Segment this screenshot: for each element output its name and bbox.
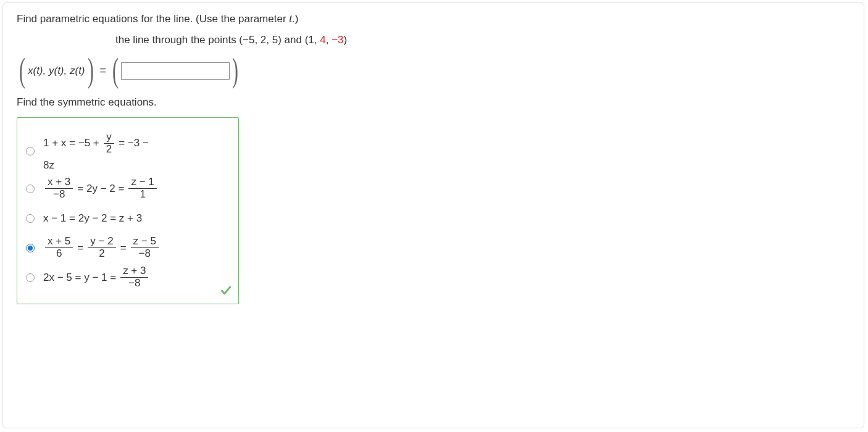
frac-den: 1 bbox=[137, 189, 148, 201]
opt1-line2: 8z bbox=[43, 159, 54, 172]
fraction: x + 3 −8 bbox=[45, 177, 73, 200]
radio-option-3[interactable] bbox=[26, 214, 35, 223]
correct-checkmark-icon bbox=[220, 285, 232, 300]
points-red-4: 4 bbox=[320, 34, 325, 46]
frac-num: y bbox=[104, 131, 114, 144]
option-3[interactable]: x − 1 = 2y − 2 = z + 3 bbox=[26, 206, 227, 231]
equals-sign: = bbox=[100, 64, 107, 77]
question-container: Find parametric equations for the line. … bbox=[2, 2, 864, 428]
option-3-math: x − 1 = 2y − 2 = z + 3 bbox=[43, 212, 142, 225]
right-paren-icon: ) bbox=[88, 57, 94, 84]
radio-option-2[interactable] bbox=[26, 185, 35, 193]
parametric-equation-row: ( x(t), y(t), z(t) ) = ( ) bbox=[17, 57, 850, 84]
opt1-part-a: 1 + x = −5 + bbox=[43, 137, 99, 149]
opt2-mid: = 2y − 2 = bbox=[77, 183, 124, 195]
fraction: z − 1 1 bbox=[128, 177, 156, 200]
opt3-text: x − 1 = 2y − 2 = z + 3 bbox=[43, 212, 142, 225]
left-paren-icon-2: ( bbox=[112, 57, 119, 84]
option-2[interactable]: x + 3 −8 = 2y − 2 = z − 1 1 bbox=[26, 177, 227, 201]
option-1-math: 1 + x = −5 + y 2 = −3 − 8z bbox=[43, 131, 149, 171]
prompt-symmetric: Find the symmetric equations. bbox=[17, 96, 850, 109]
option-4-math: x + 5 6 = y − 2 2 = z − 5 −8 bbox=[43, 236, 161, 259]
right-paren-icon-2: ) bbox=[232, 57, 238, 84]
frac-den: −8 bbox=[136, 248, 153, 260]
fraction: z − 5 −8 bbox=[131, 236, 159, 259]
frac-den: 2 bbox=[96, 248, 107, 260]
option-1[interactable]: 1 + x = −5 + y 2 = −3 − 8z bbox=[26, 131, 227, 171]
frac-num: x + 5 bbox=[45, 236, 73, 248]
frac-num: z − 1 bbox=[128, 177, 156, 189]
prompt-parametric: Find parametric equations for the line. … bbox=[17, 13, 850, 25]
frac-num: x + 3 bbox=[45, 177, 73, 189]
prompt-end: .) bbox=[292, 13, 298, 25]
radio-option-1[interactable] bbox=[26, 147, 35, 156]
frac-num: y − 2 bbox=[88, 236, 115, 248]
option-5[interactable]: 2x − 5 = y − 1 = z + 3 −8 bbox=[26, 265, 227, 290]
opt1-part-b: = −3 − bbox=[119, 137, 149, 149]
frac-den: −8 bbox=[126, 278, 143, 289]
frac-num: z + 3 bbox=[120, 265, 148, 278]
function-tuple: x(t), y(t), z(t) bbox=[28, 65, 85, 77]
line-through-points: the line through the points (−5, 2, 5) a… bbox=[115, 34, 850, 46]
frac-den: 2 bbox=[104, 144, 114, 156]
fraction: x + 5 6 bbox=[45, 236, 73, 259]
opt4-eq2: = bbox=[120, 242, 127, 254]
points-red-neg3: −3 bbox=[332, 34, 343, 46]
points-post: ) bbox=[344, 34, 348, 46]
frac-num: z − 5 bbox=[131, 236, 159, 248]
radio-option-5[interactable] bbox=[26, 273, 35, 282]
parametric-answer-input[interactable] bbox=[121, 62, 230, 80]
radio-option-4[interactable] bbox=[26, 244, 35, 252]
opt5-pre: 2x − 5 = y − 1 = bbox=[43, 272, 116, 284]
fraction: z + 3 −8 bbox=[120, 265, 148, 289]
opt4-eq1: = bbox=[77, 242, 83, 254]
fraction: y − 2 2 bbox=[88, 236, 115, 259]
frac-den: −8 bbox=[51, 189, 67, 201]
points-mid: , bbox=[326, 34, 332, 46]
frac-den: 6 bbox=[54, 248, 64, 260]
fraction: y 2 bbox=[104, 131, 114, 155]
option-5-math: 2x − 5 = y − 1 = z + 3 −8 bbox=[43, 265, 150, 289]
points-pre: the line through the points (−5, 2, 5) a… bbox=[115, 34, 320, 46]
symmetric-options-box: 1 + x = −5 + y 2 = −3 − 8z x + 3 −8 bbox=[17, 117, 239, 304]
prompt-text: Find parametric equations for the line. … bbox=[17, 13, 289, 25]
option-2-math: x + 3 −8 = 2y − 2 = z − 1 1 bbox=[43, 177, 159, 200]
left-paren-icon: ( bbox=[19, 57, 25, 84]
option-4[interactable]: x + 5 6 = y − 2 2 = z − 5 −8 bbox=[26, 236, 227, 260]
